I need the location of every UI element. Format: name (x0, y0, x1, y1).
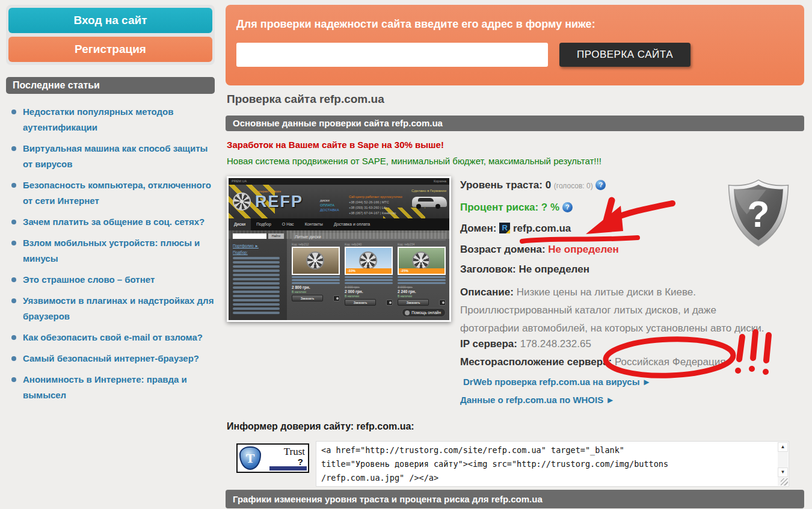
charts-section-bar: Графики изменения уровня траста и процен… (226, 490, 804, 508)
list-item: Виртуальная машина как способ защиты от … (6, 141, 215, 172)
articles-header: Последние статьи (6, 77, 215, 94)
article-link[interactable]: Как обезопасить свой e-mail от взлома? (23, 332, 203, 342)
help-icon[interactable]: ? (595, 180, 606, 190)
thumb-search: Найти (233, 233, 284, 239)
list-item: Зачем платить за общение в соц. сетях? (6, 214, 215, 230)
order-button: Заказать (292, 295, 323, 301)
thumb-nav-item: Диски (229, 218, 251, 230)
articles-list: Недостатки популярных методов аутентифик… (6, 104, 215, 403)
thumb-list-row (233, 282, 280, 285)
car-image (412, 197, 447, 207)
scroll-down-icon[interactable]: ▼ (778, 467, 788, 477)
server-ip-label: IP сервера: (460, 338, 517, 350)
thumb-list-row (233, 299, 280, 301)
thumb-nav-item: Доставка и оплата (328, 218, 375, 230)
article-link[interactable]: Взлом мобильных устройств: плюсы и минус… (23, 238, 200, 264)
product-code: Код: refp240 (345, 242, 393, 246)
article-link[interactable]: Самый безопасный интернет-браузер? (23, 353, 199, 363)
thumb-list-row (233, 291, 280, 293)
check-banner: Для проверки надежности сайта введите ег… (226, 5, 804, 85)
votes-count: (голосов: 0) (554, 182, 593, 190)
domain-age-label: Возраст домена: (460, 244, 546, 255)
help-icon[interactable]: ? (562, 202, 573, 212)
discount-badge: -33% (346, 268, 392, 274)
check-site-button[interactable]: ПРОВЕРКА САЙТА (559, 43, 691, 67)
trust-level-value: 0 (546, 179, 551, 191)
article-link[interactable]: Виртуальная машина как способ защиты от … (23, 143, 208, 169)
list-item: Уязвимости в плагинах и надстройках для … (6, 293, 215, 324)
banner-prompt: Для проверки надежности сайта введите ег… (236, 18, 595, 31)
article-link[interactable]: Анонимность в Интернете: правда и вымысе… (23, 374, 187, 400)
server-location-value: Российская Федерация (615, 356, 725, 368)
thumb-list-row (233, 303, 280, 306)
article-link[interactable]: Это страшное слово – ботнет (23, 274, 155, 285)
badge-question: ? (298, 457, 303, 467)
server-ip-row: IP сервера: 178.248.232.65 (460, 338, 812, 351)
whois-link[interactable]: Данные о refp.com.ua по WHOIS ► (460, 395, 615, 405)
product-price: 2 000 грн. (345, 289, 393, 294)
page-title: Проверка сайта refp.com.ua (227, 93, 384, 106)
drweb-check-link[interactable]: DrWeb проверка refp.com.ua на вирусы ► (463, 377, 651, 387)
thumb-list-row (233, 307, 280, 310)
site-title-row: Заголовок: Не определен (460, 263, 812, 276)
article-link[interactable]: Безопасность компьютера, отключенного от… (23, 180, 211, 206)
unknown-trust-shield-icon: ? (726, 179, 791, 247)
thumb-search-input (233, 233, 266, 239)
thumb-nav-item: Контакты (300, 218, 328, 230)
resize-grip[interactable] (781, 478, 788, 486)
list-item: Безопасность компьютера, отключенного от… (6, 177, 215, 209)
thumb-link: ОПЛАТА (320, 203, 339, 208)
server-location-row: Месторасположение сервера: Российская Фе… (460, 356, 812, 369)
article-link[interactable]: Зачем платить за общение в соц. сетях? (23, 217, 205, 227)
informer-code-box[interactable]: <a href="http://trustorg.com/site/refp.c… (316, 441, 789, 487)
wheel-logo-icon (233, 193, 251, 211)
thumb-side-link: Подбор: (233, 250, 284, 255)
whois-row: Данные о refp.com.ua по WHOIS ► (460, 395, 812, 405)
product-stock: В наличии (345, 294, 393, 298)
domain-age-value: Не определен (548, 244, 619, 255)
product-price: 2 800 грн. (292, 285, 340, 289)
online-help-button: Помощь онлайн (402, 308, 446, 317)
thumb-phones: Call-центр работает круглосуточно +38 (0… (349, 194, 402, 216)
product-card: Код: refp240 -33% 3 000 грн. 2 000 грн. … (345, 242, 393, 306)
thumb-list-row (233, 274, 280, 276)
thumb-nav: Диски Подбор О Нас Контакты Доставка и о… (229, 218, 449, 230)
site-screenshot-thumbnail[interactable]: PREM.UA Корзина интернет магазин REFP ди… (227, 176, 451, 322)
thumb-body: Найти Портфолио ► Подбор: Л (229, 230, 449, 320)
product-code: Код: refp212 (292, 242, 340, 246)
camera-icon (439, 300, 446, 306)
product-image: -25% (398, 247, 446, 275)
thumb-list-row (233, 278, 280, 280)
thumb-products-area: Литые диски Код: refp212 2 800 грн. В на… (287, 230, 449, 320)
article-link[interactable]: Недостатки популярных методов аутентифик… (23, 106, 173, 132)
product-code: Код: refp234 (398, 242, 446, 246)
site-favicon: R (499, 223, 510, 233)
article-link[interactable]: Уязвимости в плагинах и надстройках для … (23, 295, 214, 321)
thumb-list-row (233, 295, 280, 297)
thumb-sidebar: Найти Портфолио ► Подбор: (229, 230, 287, 320)
site-url-input[interactable] (236, 43, 548, 67)
thumb-search-button: Найти (268, 233, 284, 239)
discount-badge: -25% (399, 268, 444, 274)
thumb-nav-item: О Нас (277, 218, 300, 230)
product-card: Код: refp212 2 800 грн. В наличии Заказа… (292, 242, 340, 306)
login-button[interactable]: Вход на сайт (8, 8, 212, 33)
thumb-list-row (233, 257, 280, 259)
list-item: Взлом мобильных устройств: плюсы и минус… (6, 235, 215, 267)
domain-value: refp.com.ua (513, 223, 571, 234)
thumb-nav-item: Подбор (251, 218, 277, 230)
badge-strip (269, 466, 307, 470)
list-item: Анонимность в Интернете: правда и вымысе… (6, 372, 215, 403)
thumb-topbar: PREM.UA Корзина (229, 178, 449, 185)
scroll-up-icon[interactable]: ▲ (778, 442, 788, 452)
register-button[interactable]: Регистрация (8, 37, 212, 62)
thumb-list-row (233, 286, 280, 289)
auth-card: Вход на сайт Регистрация (6, 5, 215, 65)
product-old-price: 3 000 грн. (398, 285, 446, 289)
informer-code[interactable]: <a href="http://trustorg.com/site/refp.c… (321, 443, 775, 485)
product-stock: В наличии (292, 290, 340, 294)
server-location-label: Месторасположение сервера: (460, 356, 612, 368)
product-price: 2 240 грн. (398, 289, 446, 294)
thumb-topbar-brand: PREM.UA (232, 178, 247, 185)
thumb-header-links: диски ОПЛАТА ДОСТАВКА (320, 198, 339, 212)
